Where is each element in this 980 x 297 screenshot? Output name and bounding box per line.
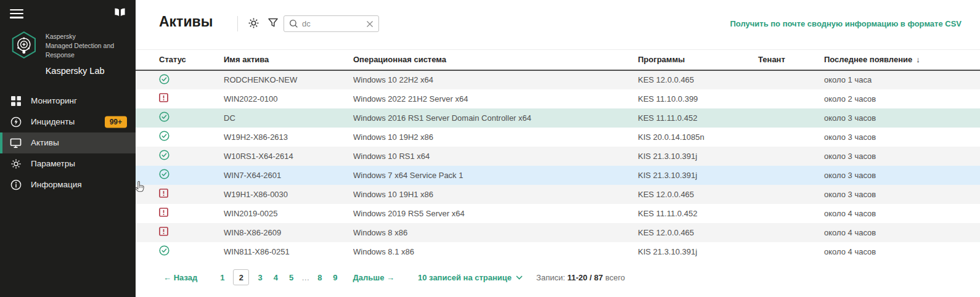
status-warning-icon xyxy=(136,204,224,223)
status-ok-icon xyxy=(136,147,224,166)
export-csv-link[interactable]: Получить по почте сводную информацию в ф… xyxy=(730,19,962,28)
status-ok-icon xyxy=(136,70,224,89)
column-header-asset-name[interactable]: Имя актива xyxy=(224,50,353,70)
sidebar-item-label: Инциденты xyxy=(31,117,75,126)
asset-last-seen-cell: около 3 часов xyxy=(824,147,980,166)
asset-os-cell: Windows 10 RS1 x64 xyxy=(353,147,638,166)
pagination-back-button[interactable]: ← Назад xyxy=(163,273,197,282)
status-ok-icon xyxy=(136,108,224,128)
asset-last-seen-cell: около 4 часов xyxy=(824,242,980,261)
asset-os-cell: Windows 8 x86 xyxy=(353,223,638,242)
filter-funnel-icon[interactable] xyxy=(267,17,279,31)
sidebar-item-incidents[interactable]: Инциденты 99+ xyxy=(0,112,136,132)
records-summary: Записи: 11-20 / 87 всего xyxy=(536,273,625,282)
kaspersky-logo: Kaspersky Managed Detection and Response… xyxy=(0,20,136,76)
asset-os-cell: Windows 10 19H2 x86 xyxy=(353,128,638,147)
table-row[interactable]: WIN2019-0025Windows 2019 RS5 Server x64K… xyxy=(136,204,980,223)
table-row[interactable]: RODCHENKO-NEWWindows 10 22H2 x64KES 12.0… xyxy=(136,70,980,89)
status-ok-icon xyxy=(136,166,224,185)
asset-last-seen-cell: около 3 часов xyxy=(824,108,980,128)
sidebar-item-information[interactable]: Информация xyxy=(0,174,136,195)
asset-program-cell: KES 12.0.0.465 xyxy=(638,223,758,242)
pagination-page-button[interactable]: 3 xyxy=(258,273,262,282)
asset-tenant-cell xyxy=(758,185,824,204)
asset-tenant-cell xyxy=(758,166,824,185)
asset-last-seen-cell: около 4 часов xyxy=(824,223,980,242)
hamburger-menu-icon[interactable] xyxy=(10,9,23,18)
pagination-page-button[interactable]: 1 xyxy=(220,273,224,282)
asset-last-seen-cell: около 1 часа xyxy=(824,70,980,89)
pagination-next-button[interactable]: Дальше → xyxy=(353,273,394,282)
sidebar-item-label: Информация xyxy=(31,180,82,189)
arrow-right-icon: → xyxy=(386,273,394,282)
pagination-page-button[interactable]: 8 xyxy=(317,273,322,282)
status-ok-icon xyxy=(136,128,224,147)
asset-last-seen-cell: около 4 часов xyxy=(824,204,980,223)
sidebar-item-settings[interactable]: Параметры xyxy=(0,153,136,174)
asset-name-cell: WIN7-X64-2601 xyxy=(224,166,353,185)
asset-os-cell: Windows 8.1 x86 xyxy=(353,242,638,261)
table-row[interactable]: WIN8-X86-2609Windows 8 x86KES 12.0.0.465… xyxy=(136,223,980,242)
column-header-tenant[interactable]: Тенант xyxy=(758,50,824,70)
search-input[interactable] xyxy=(302,19,366,28)
table-row[interactable]: WIN811-X86-0251Windows 8.1 x86KIS 21.3.1… xyxy=(136,242,980,261)
handbook-icon[interactable] xyxy=(114,7,126,20)
clear-search-icon[interactable] xyxy=(366,20,374,28)
info-circle-icon xyxy=(10,179,22,190)
asset-program-cell: KES 11.11.0.452 xyxy=(638,204,758,223)
table-settings-gear-icon[interactable] xyxy=(248,17,259,31)
assets-table: Статус Имя актива Операционная система П… xyxy=(136,49,980,261)
asset-name-cell: WIN8-X86-2609 xyxy=(224,223,353,242)
pagination-page-button[interactable]: 4 xyxy=(274,273,278,282)
product-name-line1: Kaspersky xyxy=(46,32,136,41)
records-range: 11-20 / 87 xyxy=(567,273,603,282)
pagination-page-button[interactable]: 5 xyxy=(289,273,293,282)
sidebar-menu: Мониторинг Инциденты 99+ Активы Парамет xyxy=(0,91,136,195)
assets-monitor-icon xyxy=(10,137,22,148)
status-ok-icon xyxy=(136,242,224,261)
sidebar-item-label: Мониторинг xyxy=(31,96,77,105)
main-content: Активы Получить по почте сводную информа… xyxy=(136,0,980,297)
table-row[interactable]: WIN7-X64-2601Windows 7 x64 Service Pack … xyxy=(136,166,980,185)
sidebar-item-label: Активы xyxy=(31,138,59,147)
asset-name-cell: WIN2019-0025 xyxy=(224,204,353,223)
table-row[interactable]: W19H2-X86-2613Windows 10 19H2 x86KIS 20.… xyxy=(136,128,980,147)
table-row[interactable]: DCWindows 2016 RS1 Server Domain Control… xyxy=(136,108,980,128)
mdr-hexagon-logo-icon xyxy=(11,30,37,60)
sidebar: Kaspersky Managed Detection and Response… xyxy=(0,0,136,297)
asset-tenant-cell xyxy=(758,147,824,166)
sort-descending-icon[interactable]: ↓ xyxy=(916,55,920,64)
sidebar-item-label: Параметры xyxy=(31,159,75,168)
search-box xyxy=(284,15,379,32)
monitoring-grid-icon xyxy=(10,95,22,107)
pagination-page-current: 2 xyxy=(233,269,249,285)
asset-last-seen-cell: около 3 часов xyxy=(824,185,980,204)
sidebar-item-monitoring[interactable]: Мониторинг xyxy=(0,91,136,112)
asset-tenant-cell xyxy=(758,223,824,242)
pagination: ← Назад 12345…89 Дальше → 10 записей на … xyxy=(136,269,980,285)
column-header-programs[interactable]: Программы xyxy=(638,50,758,70)
asset-last-seen-cell: около 2 часов xyxy=(824,89,980,108)
asset-program-cell: KIS 21.3.10.391j xyxy=(638,147,758,166)
column-header-os[interactable]: Операционная система xyxy=(353,50,638,70)
table-row[interactable]: W10RS1-X64-2614Windows 10 RS1 x64KIS 21.… xyxy=(136,147,980,166)
asset-last-seen-cell: около 3 часов xyxy=(824,128,980,147)
sidebar-item-assets[interactable]: Активы xyxy=(0,132,136,153)
column-header-last-seen[interactable]: Последнее появление↓ xyxy=(824,50,980,70)
table-row[interactable]: WIN2022-0100Windows 2022 21H2 Server x64… xyxy=(136,89,980,108)
asset-program-cell: KIS 20.0.14.1085n xyxy=(638,128,758,147)
pagination-pages: 12345…89 xyxy=(214,269,343,285)
settings-gear-icon xyxy=(10,158,22,169)
pagination-ellipsis: … xyxy=(301,273,309,282)
status-warning-icon xyxy=(136,89,224,108)
asset-name-cell: W19H1-X86-0030 xyxy=(224,185,353,204)
company-name: Kaspersky Lab xyxy=(46,66,136,76)
pagination-page-button[interactable]: 9 xyxy=(333,273,337,282)
search-icon xyxy=(289,19,298,28)
table-row[interactable]: W19H1-X86-0030Windows 10 19H1 x86KES 12.… xyxy=(136,185,980,204)
asset-os-cell: Windows 2022 21H2 Server x64 xyxy=(353,89,638,108)
status-warning-icon xyxy=(136,223,224,242)
page-size-dropdown[interactable]: 10 записей на странице xyxy=(418,273,523,282)
column-header-status[interactable]: Статус xyxy=(136,50,224,70)
asset-tenant-cell xyxy=(758,108,824,128)
